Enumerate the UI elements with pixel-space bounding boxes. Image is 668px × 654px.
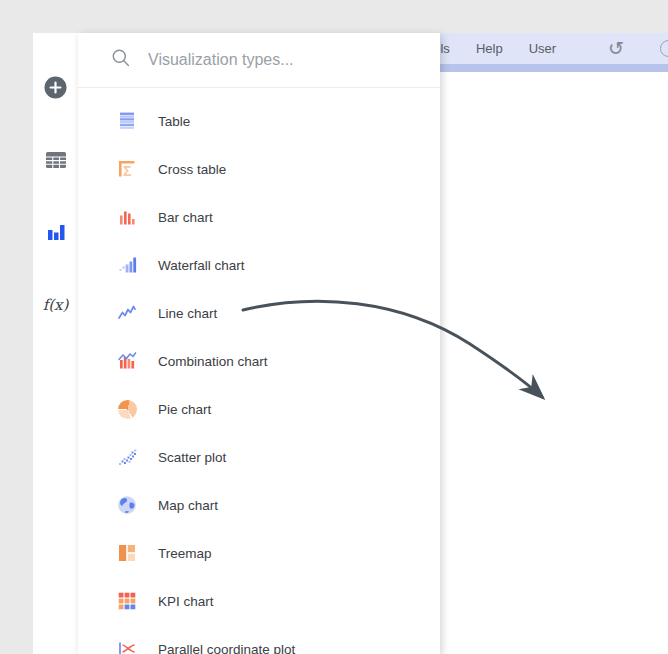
fx-function-icon: f(x) xyxy=(43,296,69,314)
viz-item-table[interactable]: Table xyxy=(78,97,440,145)
viz-item-label: Parallel coordinate plot xyxy=(158,642,295,654)
viz-item-map-chart[interactable]: Map chart xyxy=(78,481,440,529)
viz-item-label: Waterfall chart xyxy=(158,258,245,273)
search-bar xyxy=(78,33,440,88)
menu-item-help[interactable]: Help xyxy=(476,41,503,56)
viz-item-label: Map chart xyxy=(158,498,218,513)
visualizations-button[interactable] xyxy=(43,220,69,246)
svg-text:Σ: Σ xyxy=(123,163,131,179)
bar-chart-icon xyxy=(116,206,138,228)
redo-icon-partial[interactable] xyxy=(660,40,668,57)
combination-chart-icon xyxy=(116,350,138,372)
viz-item-waterfall-chart[interactable]: Waterfall chart xyxy=(78,241,440,289)
undo-icon[interactable]: ↺ xyxy=(608,39,624,58)
viz-item-cross-table[interactable]: Σ Cross table xyxy=(78,145,440,193)
application-window: Tools Help User ↺ xyxy=(0,0,668,654)
search-input[interactable] xyxy=(146,50,420,70)
functions-button[interactable]: f(x) xyxy=(43,292,69,318)
viz-item-bar-chart[interactable]: Bar chart xyxy=(78,193,440,241)
viz-item-label: Combination chart xyxy=(158,354,268,369)
parallel-coordinate-plot-icon xyxy=(116,638,138,654)
viz-item-pie-chart[interactable]: Pie chart xyxy=(78,385,440,433)
visualization-picker-panel: Table Σ Cross table xyxy=(78,33,440,654)
visualizations-bar-chart-icon xyxy=(45,221,67,246)
search-icon xyxy=(111,48,131,72)
top-menu-bar: Tools Help User ↺ xyxy=(440,33,668,64)
add-visualization-button[interactable] xyxy=(43,76,69,102)
topbar-accent-strip xyxy=(440,64,668,72)
viz-item-label: Bar chart xyxy=(158,210,213,225)
treemap-icon xyxy=(116,542,138,564)
viz-item-label: Cross table xyxy=(158,162,226,177)
data-table-icon xyxy=(45,150,67,173)
left-toolbar: f(x) xyxy=(33,33,78,654)
viz-item-label: Treemap xyxy=(158,546,212,561)
scatter-plot-icon xyxy=(116,446,138,468)
table-icon xyxy=(116,110,138,132)
cross-table-icon: Σ xyxy=(116,158,138,180)
pie-chart-icon xyxy=(116,398,138,420)
waterfall-chart-icon xyxy=(116,254,138,276)
viz-item-treemap[interactable]: Treemap xyxy=(78,529,440,577)
viz-item-parallel-coordinate-plot[interactable]: Parallel coordinate plot xyxy=(78,625,440,654)
menu-item-user[interactable]: User xyxy=(529,41,556,56)
viz-item-label: Line chart xyxy=(158,306,217,321)
viz-item-combination-chart[interactable]: Combination chart xyxy=(78,337,440,385)
data-tables-button[interactable] xyxy=(43,148,69,174)
viz-item-label: Table xyxy=(158,114,190,129)
viz-item-label: Pie chart xyxy=(158,402,211,417)
viz-item-label: KPI chart xyxy=(158,594,214,609)
viz-item-line-chart[interactable]: Line chart xyxy=(78,289,440,337)
add-plus-circle-icon xyxy=(44,76,67,102)
visualization-list: Table Σ Cross table xyxy=(78,88,440,654)
line-chart-icon xyxy=(116,302,138,324)
kpi-chart-icon xyxy=(116,590,138,612)
viz-item-kpi-chart[interactable]: KPI chart xyxy=(78,577,440,625)
viz-item-scatter-plot[interactable]: Scatter plot xyxy=(78,433,440,481)
map-chart-icon xyxy=(116,494,138,516)
viz-item-label: Scatter plot xyxy=(158,450,226,465)
